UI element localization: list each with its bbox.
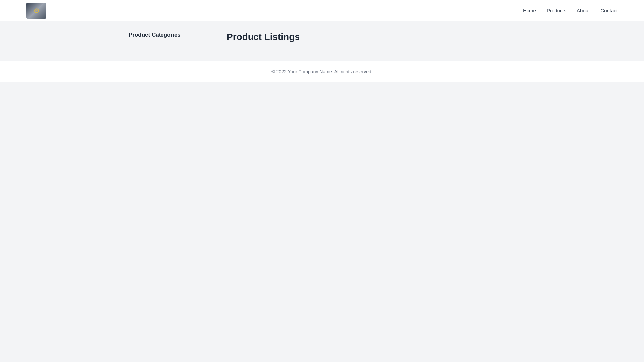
nav-contact[interactable]: Contact bbox=[600, 8, 618, 13]
logo-area: ⊙ bbox=[26, 3, 46, 19]
sidebar: Product Categories bbox=[129, 32, 221, 50]
nav-about[interactable]: About bbox=[577, 8, 590, 13]
nav-products[interactable]: Products bbox=[547, 8, 566, 13]
logo: ⊙ bbox=[26, 3, 46, 19]
nav-home[interactable]: Home bbox=[523, 8, 536, 13]
sidebar-title: Product Categories bbox=[129, 32, 211, 38]
copyright-text: © 2022 Your Company Name. All rights res… bbox=[8, 69, 636, 74]
main-nav: Home Products About Contact bbox=[523, 8, 618, 13]
site-header: ⊙ Home Products About Contact bbox=[0, 0, 644, 21]
main-content: Product Listings bbox=[221, 32, 515, 50]
page-title: Product Listings bbox=[227, 32, 515, 42]
main-container: Product Categories Product Listings bbox=[123, 21, 521, 61]
site-footer: © 2022 Your Company Name. All rights res… bbox=[0, 61, 644, 82]
logo-image: ⊙ bbox=[26, 3, 46, 19]
